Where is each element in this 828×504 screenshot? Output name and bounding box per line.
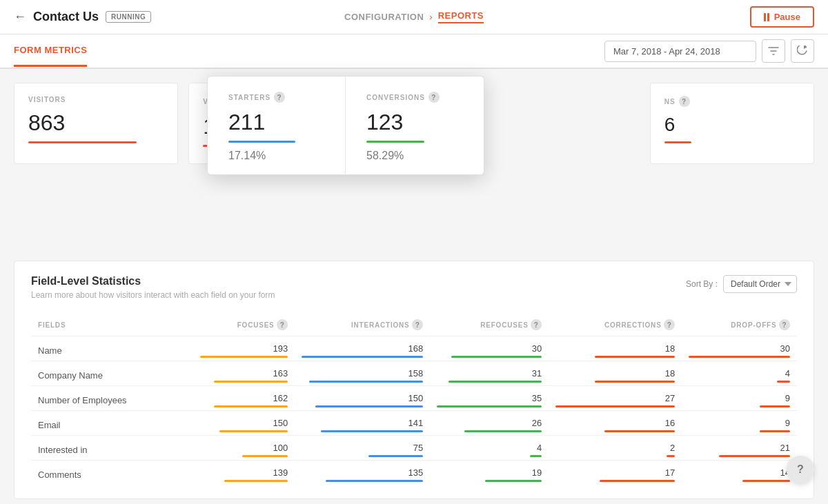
refresh-button[interactable]	[791, 39, 814, 63]
metric-bar-visitors	[28, 141, 137, 143]
metric-bar-conversions	[366, 141, 424, 143]
fls-table-body: Name 193 168 30 18	[31, 336, 797, 485]
cell-refocuses: 4	[430, 436, 549, 461]
cell-field: Number of Employees	[31, 386, 193, 411]
cell-refocuses: 19	[430, 461, 549, 485]
cell-focuses: 162	[193, 386, 295, 411]
popup-cards: STARTERS ? 211 17.14% CONVERSIONS ? 123 …	[207, 76, 484, 175]
cell-field: Name	[31, 336, 193, 361]
metric-card-conversions: CONVERSIONS ? 123 58.29%	[346, 77, 484, 174]
cell-field: Company Name	[31, 361, 193, 386]
cell-focuses: 100	[193, 436, 295, 461]
cell-interactions: 158	[295, 361, 430, 386]
header-left: ← Contact Us RUNNING	[14, 10, 151, 24]
starters-help-icon[interactable]: ?	[274, 92, 285, 103]
table-row: Company Name 163 158 31 18	[31, 361, 797, 386]
conversions-help-icon[interactable]: ?	[428, 92, 440, 103]
metric-value-visitors: 863	[28, 110, 164, 136]
page-title: Contact Us	[33, 10, 99, 24]
metric-value-starters: 211	[228, 110, 324, 135]
cell-focuses: 139	[193, 461, 295, 485]
cell-field: Email	[31, 411, 193, 436]
sort-select[interactable]: Default Order Focuses Interactions Refoc…	[723, 275, 797, 293]
cell-interactions: 141	[295, 411, 430, 436]
sort-by-label: Sort By :	[686, 279, 718, 289]
filter-button[interactable]	[762, 39, 785, 63]
corrections-help[interactable]: ?	[664, 319, 675, 330]
pause-label: Pause	[774, 12, 800, 22]
fls-subtitle: Learn more about how visitors interact w…	[31, 290, 275, 300]
cell-interactions: 150	[295, 386, 430, 411]
cell-dropoffs: 14	[682, 461, 797, 485]
metric-label-starters: STARTERS ?	[228, 92, 324, 103]
col-header-interactions: INTERACTIONS ?	[295, 314, 430, 336]
filter-icon	[768, 46, 779, 57]
metric-label-partial: NS ?	[664, 96, 800, 107]
col-header-dropoffs: DROP-OFFS ?	[682, 314, 797, 336]
interactions-help[interactable]: ?	[412, 319, 423, 330]
col-header-focuses: FOCUSES ?	[193, 314, 295, 336]
cell-dropoffs: 9	[682, 411, 797, 436]
focuses-help[interactable]: ?	[277, 319, 288, 330]
cell-focuses: 193	[193, 336, 295, 361]
date-range-input[interactable]	[604, 41, 756, 62]
cell-dropoffs: 4	[682, 361, 797, 386]
dropoffs-help[interactable]: ?	[779, 319, 790, 330]
col-header-fields: FIELDS	[31, 314, 193, 336]
metric-value-partial: 6	[664, 114, 800, 136]
table-row: Comments 139 135 19 17	[31, 461, 797, 485]
cell-field: Comments	[31, 461, 193, 485]
cell-interactions: 168	[295, 336, 430, 361]
tab-form-metrics[interactable]: FORM METRICS	[14, 45, 87, 67]
metric-card-partial: NS ? 6	[650, 83, 814, 164]
metric-pct-starters: 17.14%	[228, 150, 324, 162]
cell-refocuses: 31	[430, 361, 549, 386]
partial-help-icon[interactable]: ?	[679, 96, 690, 107]
running-badge: RUNNING	[106, 11, 151, 23]
pause-button[interactable]: Pause	[750, 6, 814, 28]
cell-field: Interested in	[31, 436, 193, 461]
subheader-controls	[604, 39, 814, 63]
table-row: Interested in 100 75 4 2	[31, 436, 797, 461]
nav-configuration[interactable]: CONFIGURATION	[344, 12, 424, 22]
table-row: Email 150 141 26 16	[31, 411, 797, 436]
metric-pct-conversions: 58.29%	[366, 150, 463, 162]
table-row: Name 193 168 30 18	[31, 336, 797, 361]
cell-corrections: 18	[549, 361, 682, 386]
app-header: ← Contact Us RUNNING CONFIGURATION › REP…	[0, 0, 828, 34]
floating-help-button[interactable]: ?	[787, 456, 814, 483]
col-header-refocuses: REFOCUSES ?	[430, 314, 549, 336]
fls-table: FIELDS FOCUSES ? INTERACTIONS ? REFOCUSE…	[31, 314, 797, 485]
refresh-icon	[797, 46, 808, 57]
nav-separator: ›	[429, 12, 432, 22]
main-content: VISITORS 863 VISITS ? 1,231 NS ? 6	[0, 69, 828, 504]
nav-reports[interactable]: REPORTS	[438, 10, 484, 23]
fls-title: Field-Level Statistics	[31, 275, 275, 288]
cell-dropoffs: 9	[682, 386, 797, 411]
pause-icon	[764, 13, 769, 21]
metric-bar-partial	[664, 141, 691, 143]
cell-corrections: 27	[549, 386, 682, 411]
fls-section: Field-Level Statistics Learn more about …	[14, 261, 814, 499]
cell-dropoffs: 30	[682, 336, 797, 361]
cell-interactions: 75	[295, 436, 430, 461]
cell-refocuses: 26	[430, 411, 549, 436]
cell-interactions: 135	[295, 461, 430, 485]
cell-corrections: 17	[549, 461, 682, 485]
back-button[interactable]: ←	[14, 10, 26, 24]
metric-value-conversions: 123	[366, 110, 463, 135]
cell-focuses: 163	[193, 361, 295, 386]
metric-label-conversions: CONVERSIONS ?	[366, 92, 463, 103]
metric-card-starters: STARTERS ? 211 17.14%	[208, 77, 346, 174]
fls-title-area: Field-Level Statistics Learn more about …	[31, 275, 275, 300]
refocuses-help[interactable]: ?	[531, 319, 542, 330]
fls-table-header: FIELDS FOCUSES ? INTERACTIONS ? REFOCUSE…	[31, 314, 797, 336]
subheader: FORM METRICS	[0, 34, 828, 69]
table-row: Number of Employees 162 150 35 27	[31, 386, 797, 411]
metric-label-visitors: VISITORS	[28, 96, 164, 103]
cell-dropoffs: 21	[682, 436, 797, 461]
fls-header: Field-Level Statistics Learn more about …	[31, 275, 797, 300]
sort-by-area: Sort By : Default Order Focuses Interact…	[686, 275, 797, 293]
cell-corrections: 18	[549, 336, 682, 361]
cell-focuses: 150	[193, 411, 295, 436]
